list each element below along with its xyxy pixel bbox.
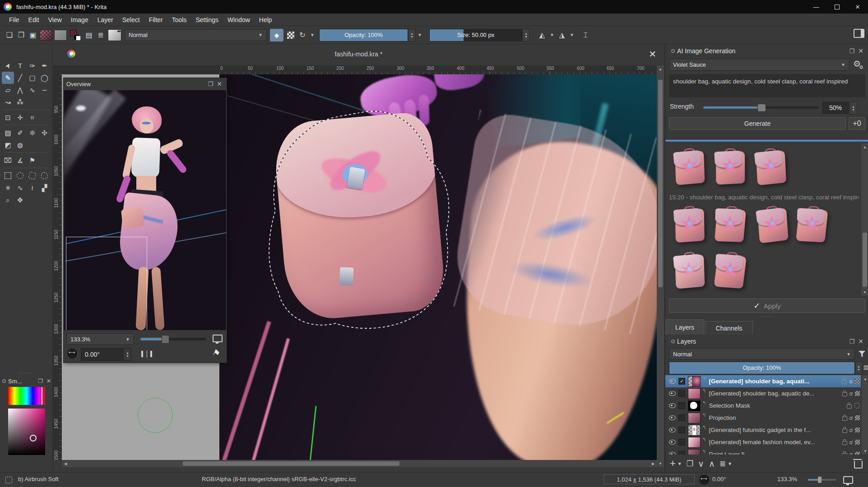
rectangular-selection-tool[interactable] — [2, 170, 14, 182]
layer-lock-icon[interactable] — [842, 392, 847, 396]
fill-tool[interactable]: ◩ — [2, 139, 14, 151]
saturation-value-square[interactable] — [8, 409, 45, 455]
reload-options-caret[interactable]: ▼ — [308, 29, 316, 41]
polygonal-selection-tool[interactable] — [26, 170, 38, 182]
freehand-selection-tool[interactable] — [38, 170, 51, 182]
scroll-up-icon[interactable]: ▲ — [657, 65, 664, 73]
layer-properties-icon[interactable]: ≣ — [719, 459, 726, 469]
generated-thumbnail[interactable] — [714, 148, 747, 185]
generated-thumbnail[interactable] — [673, 147, 707, 185]
layer-lock-icon[interactable] — [842, 453, 847, 455]
generate-button[interactable]: Generate — [669, 117, 846, 130]
docker-lock-icon[interactable]: ⊙ — [671, 48, 675, 54]
eraser-mode-button[interactable]: ◆ — [270, 29, 283, 41]
layer-lock-icon[interactable] — [842, 441, 847, 445]
menu-settings[interactable]: Settings — [191, 16, 223, 23]
layer-checkbox[interactable] — [678, 414, 685, 421]
move-layer-up-icon[interactable]: ∧ — [709, 459, 715, 469]
menu-window[interactable]: Window — [223, 16, 255, 23]
menu-layer[interactable]: Layer — [93, 16, 118, 23]
alpha-lock-icon[interactable]: α — [849, 378, 853, 385]
alpha-lock-icon[interactable]: α — [849, 390, 853, 397]
style-preset-combo[interactable]: Violet Sauce ▼ — [669, 59, 849, 71]
close-docker-icon[interactable]: ✕ — [858, 338, 863, 345]
layer-visibility-icon[interactable] — [669, 415, 676, 420]
layer-checkbox[interactable] — [678, 439, 685, 446]
generated-thumbnail[interactable] — [673, 206, 706, 243]
layer-lock-icon[interactable] — [842, 429, 847, 433]
crop-tool[interactable]: ⌗ — [26, 111, 38, 124]
alpha-lock-icon[interactable]: α — [849, 427, 853, 433]
preserve-alpha-icon[interactable] — [285, 29, 297, 41]
bezier-curve-tool[interactable]: ∿ — [26, 84, 38, 96]
fit-to-screen-icon[interactable] — [843, 476, 853, 484]
generated-thumbnail[interactable] — [714, 206, 747, 242]
inherit-alpha-icon[interactable] — [855, 379, 860, 384]
transform-tool[interactable]: ⊡ — [2, 111, 14, 124]
document-canvas[interactable] — [219, 74, 657, 460]
scroll-right-icon[interactable]: ▶ — [650, 460, 657, 467]
rotation-spinner[interactable]: ▲▼ — [124, 349, 131, 360]
contiguous-selection-tool[interactable]: ▞ — [38, 182, 51, 194]
layer-visibility-icon[interactable] — [669, 379, 676, 384]
add-layer-caret[interactable]: ▼ — [678, 461, 682, 466]
brush-preset-preview[interactable] — [108, 29, 121, 41]
tab-channels[interactable]: Channels — [705, 321, 753, 335]
generated-thumbnail[interactable] — [673, 251, 707, 289]
canvas-zoom-value[interactable]: 133.3% — [777, 476, 797, 482]
pattern-chooser[interactable] — [54, 30, 67, 41]
overview-zoom-combo[interactable]: 133.3% ▼ — [66, 333, 134, 345]
layer-row[interactable]: ↰ Projection α — [665, 412, 861, 424]
measure-tool[interactable]: ∡ — [14, 154, 26, 166]
freehand-path-tool[interactable]: ∽ — [38, 84, 51, 96]
prompt-input[interactable]: shoulder bag, aquatic design, cold steel… — [669, 74, 865, 97]
strength-value[interactable]: 50% — [822, 102, 849, 114]
layer-opacity-slider[interactable]: Opacity: 100% — [669, 362, 855, 374]
mirror-view-icon[interactable] — [141, 351, 152, 357]
gear-icon[interactable]: ⚙⚙ — [853, 59, 865, 69]
magnetic-selection-tool[interactable]: ≀ — [26, 182, 38, 194]
docker-drag-handle[interactable]: ······ — [0, 371, 53, 376]
scroll-left-icon[interactable]: ◀ — [62, 460, 69, 467]
mirror-horizontal-caret[interactable]: ▼ — [548, 29, 556, 41]
open-document-icon[interactable]: ❒ — [15, 29, 27, 41]
multibrush-tool[interactable]: ⁂ — [14, 96, 26, 108]
layer-visibility-icon[interactable] — [669, 440, 676, 445]
inherit-alpha-icon[interactable] — [855, 427, 860, 432]
layer-properties-caret[interactable]: ▼ — [728, 461, 732, 466]
overview-thumbnail[interactable] — [64, 90, 226, 330]
delete-layer-icon[interactable] — [854, 461, 863, 469]
inherit-alpha-icon[interactable] — [855, 415, 860, 420]
smart-patch-tool[interactable]: ✣ — [38, 127, 51, 139]
generated-thumbnail[interactable] — [755, 205, 791, 244]
move-layer-down-icon[interactable]: ∨ — [698, 459, 704, 469]
gradient-chooser[interactable] — [40, 30, 52, 41]
hscroll-thumb[interactable] — [183, 461, 399, 466]
mirror-horizontal-icon[interactable]: ◭ — [536, 29, 548, 41]
scroll-down-icon[interactable]: ▼ — [862, 447, 868, 455]
menu-edit[interactable]: Edit — [24, 16, 44, 23]
alpha-lock-icon[interactable]: α — [849, 414, 853, 421]
foreground-background-colors[interactable] — [70, 29, 81, 41]
scroll-down-icon[interactable]: ▼ — [657, 460, 664, 467]
selection-mask-icon[interactable] — [854, 403, 860, 409]
layer-visibility-icon[interactable] — [669, 403, 676, 408]
duplicate-layer-icon[interactable]: ❐ — [687, 459, 693, 469]
vertical-scrollbar[interactable]: ▲ ▼ — [657, 65, 664, 467]
opacity-spinner[interactable]: ▲▼ — [408, 29, 416, 41]
vscroll-thumb[interactable] — [658, 80, 663, 287]
slider-knob[interactable] — [162, 335, 169, 344]
elliptical-selection-tool[interactable] — [14, 170, 26, 182]
float-docker-icon[interactable]: ❐ — [849, 48, 855, 55]
close-docker-icon[interactable]: ✕ — [46, 378, 51, 384]
docker-lock-icon[interactable]: ⊙ — [671, 338, 675, 345]
close-docker-icon[interactable]: ✕ — [858, 47, 863, 55]
docker-lock-icon[interactable]: ⊙ — [2, 378, 6, 384]
mirror-vertical-caret[interactable]: ▼ — [568, 29, 576, 41]
similar-color-selection-tool[interactable]: ✳ — [2, 182, 14, 194]
line-tool[interactable]: ╱ — [14, 72, 26, 84]
pin-docker-icon[interactable]: ⚑ — [211, 347, 222, 359]
scroll-up-icon[interactable]: ▲ — [862, 375, 868, 382]
scroll-down-icon[interactable]: ▼ — [861, 289, 868, 296]
reload-preset-icon[interactable]: ↻ — [297, 29, 308, 41]
